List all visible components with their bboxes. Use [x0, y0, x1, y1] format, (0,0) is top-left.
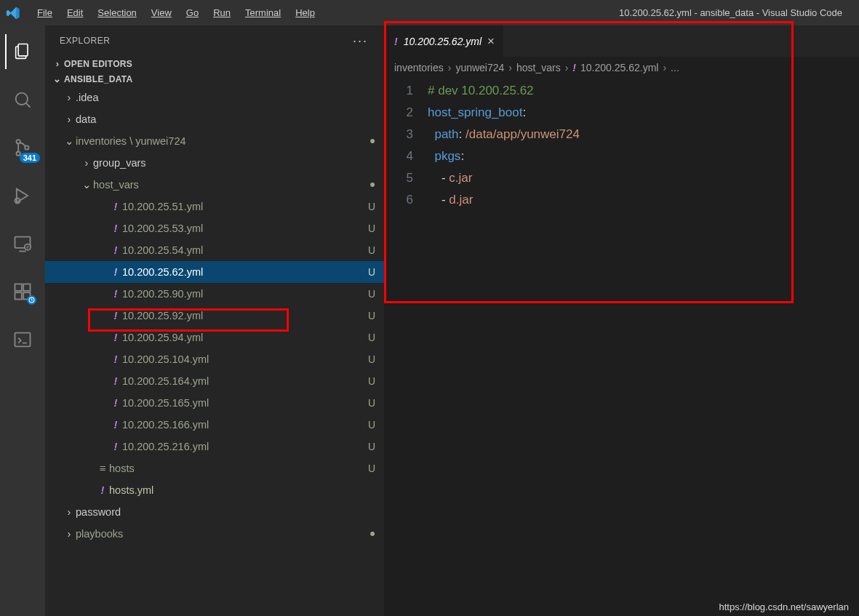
- tab-label: 10.200.25.62.yml: [404, 36, 482, 47]
- folder-group-vars[interactable]: ›group_vars: [45, 152, 384, 174]
- file-tree: ›.idea ›data ⌄inventories \ yunwei724• ›…: [45, 87, 384, 616]
- folder-idea[interactable]: ›.idea: [45, 87, 384, 108]
- yaml-file-icon: !: [572, 62, 576, 73]
- terminal-panel-icon[interactable]: [5, 322, 40, 357]
- sidebar-title: EXPLORER: [60, 36, 110, 46]
- main-area: 341 EXPLORER ··· › OPEN EDITORS ⌄: [0, 25, 859, 616]
- scm-badge: 341: [20, 153, 40, 163]
- svg-rect-13: [15, 333, 31, 347]
- yaml-file-icon: !: [394, 36, 398, 47]
- breadcrumb[interactable]: inventories› yunwei724› host_vars› ! 10.…: [384, 57, 859, 79]
- file-item[interactable]: !10.200.25.54.ymlU: [45, 239, 384, 261]
- search-icon[interactable]: [5, 82, 40, 117]
- watermark-link: https://blog.csdn.net/sawyerlan: [719, 601, 850, 612]
- file-item[interactable]: !10.200.25.90.ymlU: [45, 283, 384, 305]
- remote-explorer-icon[interactable]: [5, 226, 40, 261]
- folder-playbooks[interactable]: ›playbooks•: [45, 523, 384, 545]
- svg-point-1: [16, 93, 28, 105]
- activity-bar: 341: [0, 25, 45, 616]
- menu-terminal[interactable]: Terminal: [239, 4, 287, 21]
- editor-tabs: ! 10.200.25.62.yml ×: [384, 25, 859, 57]
- extensions-badge: [27, 295, 36, 305]
- file-hosts-yml[interactable]: !hosts.yml: [45, 479, 384, 501]
- chevron-down-icon: ⌄: [51, 73, 64, 84]
- menu-go[interactable]: Go: [180, 4, 205, 21]
- svg-point-4: [25, 145, 28, 149]
- file-item[interactable]: !10.200.25.216.ymlU: [45, 436, 384, 457]
- titlebar: File Edit Selection View Go Run Terminal…: [0, 0, 859, 25]
- sidebar: EXPLORER ··· › OPEN EDITORS ⌄ ANSIBLE_DA…: [45, 25, 384, 616]
- root-section[interactable]: ⌄ ANSIBLE_DATA: [45, 71, 384, 87]
- folder-password[interactable]: ›password: [45, 501, 384, 523]
- svg-point-2: [16, 140, 20, 143]
- close-icon[interactable]: ×: [487, 34, 495, 49]
- svg-point-7: [25, 244, 31, 250]
- file-item[interactable]: !10.200.25.94.ymlU: [45, 327, 384, 348]
- menu-edit[interactable]: Edit: [60, 4, 89, 21]
- menu-selection[interactable]: Selection: [91, 4, 143, 21]
- file-item[interactable]: !10.200.25.51.ymlU: [45, 196, 384, 217]
- file-item[interactable]: !10.200.25.166.ymlU: [45, 414, 384, 436]
- svg-rect-8: [15, 284, 22, 291]
- run-debug-icon[interactable]: [5, 178, 40, 213]
- menu-view[interactable]: View: [145, 4, 178, 21]
- editor-area: ! 10.200.25.62.yml × inventories› yunwei…: [384, 25, 859, 616]
- code-lines[interactable]: # dev 10.200.25.62 host_spring_boot: pat…: [428, 80, 859, 211]
- open-editors-section[interactable]: › OPEN EDITORS: [45, 56, 384, 71]
- folder-data[interactable]: ›data: [45, 108, 384, 130]
- code-editor[interactable]: 123456 # dev 10.200.25.62 host_spring_bo…: [384, 79, 859, 211]
- file-hosts[interactable]: ≡hostsU: [45, 457, 384, 479]
- explorer-icon[interactable]: [5, 34, 40, 69]
- file-item[interactable]: !10.200.25.165.ymlU: [45, 392, 384, 414]
- menu-file[interactable]: File: [31, 4, 59, 21]
- tab-active[interactable]: ! 10.200.25.62.yml ×: [384, 25, 503, 57]
- text-file-icon: ≡: [96, 463, 109, 474]
- sidebar-header: EXPLORER ···: [45, 25, 384, 56]
- vscode-logo-icon: [6, 5, 22, 21]
- chevron-right-icon: ›: [51, 58, 64, 69]
- folder-inventories[interactable]: ⌄inventories \ yunwei724•: [45, 130, 384, 152]
- svg-rect-0: [18, 44, 28, 56]
- svg-rect-11: [23, 284, 30, 291]
- menu-run[interactable]: Run: [207, 4, 237, 21]
- file-item[interactable]: !10.200.25.164.ymlU: [45, 370, 384, 392]
- file-item[interactable]: !10.200.25.92.ymlU: [45, 305, 384, 327]
- svg-rect-9: [15, 292, 22, 299]
- file-item[interactable]: !10.200.25.104.ymlU: [45, 348, 384, 370]
- file-item-selected[interactable]: !10.200.25.62.ymlU: [45, 261, 384, 283]
- sidebar-more-icon[interactable]: ···: [353, 33, 368, 49]
- folder-host-vars[interactable]: ⌄host_vars•: [45, 174, 384, 196]
- menu-help[interactable]: Help: [289, 4, 321, 21]
- gutter: 123456: [384, 80, 428, 211]
- menu-bar: File Edit Selection View Go Run Terminal…: [31, 4, 321, 21]
- file-item[interactable]: !10.200.25.53.ymlU: [45, 217, 384, 239]
- source-control-icon[interactable]: 341: [5, 130, 40, 165]
- window-title: 10.200.25.62.yml - ansible_data - Visual…: [619, 7, 853, 18]
- extensions-icon[interactable]: [5, 274, 40, 309]
